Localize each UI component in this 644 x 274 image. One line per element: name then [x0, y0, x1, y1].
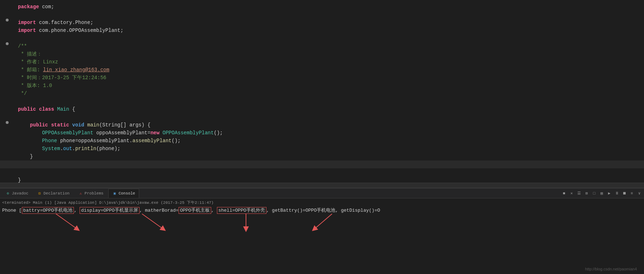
line-content: package com; [11, 3, 644, 11]
line-content: System.out.println(phone); [11, 145, 644, 153]
code-line: public class Main { [0, 105, 644, 113]
code-line [0, 97, 644, 105]
line-content: OPPOAssemblyPlant oppoAssemblyPlant=new … [11, 129, 644, 137]
code-line: * 作者: Linxz [0, 58, 644, 66]
line-content: public static void main(String[] args) { [11, 121, 644, 129]
output-prefix: Phone [ [2, 208, 22, 213]
javadoc-icon: ⊙ [5, 191, 10, 196]
output-comma2: , matherBorad= [139, 208, 179, 213]
list-button[interactable]: ▤ [598, 190, 605, 197]
line-content: * 描述： [11, 50, 644, 58]
line-gutter [4, 42, 11, 45]
tab-problems[interactable]: ⚠ Problems [74, 189, 108, 198]
line-gutter [4, 121, 11, 124]
line-content: import com.factory.Phone; [11, 19, 644, 27]
svg-line-1 [142, 214, 164, 229]
stop-button[interactable]: ■ [561, 190, 567, 197]
svg-line-0 [56, 214, 77, 229]
breakpoint-dot [6, 42, 9, 45]
code-line: OPPOAssemblyPlant oppoAssemblyPlant=new … [0, 129, 644, 137]
line-content: } [11, 176, 644, 183]
code-line: System.out.println(phone); [0, 145, 644, 153]
tab-problems-label: Problems [85, 191, 104, 196]
console-content: <terminated> Main (1) [Java Application]… [0, 198, 644, 274]
declaration-icon: ⊡ [37, 191, 42, 196]
line-content: /** [11, 42, 644, 50]
code-line: */ [0, 90, 644, 97]
code-line: } [0, 153, 644, 160]
code-line [0, 113, 644, 121]
code-line: Phone phone=oppoAssemblyPlant.assemblyPl… [0, 137, 644, 145]
expand-button[interactable]: ∨ [636, 190, 643, 197]
line-content: * 版本: 1.0 [11, 82, 644, 90]
arrows-svg [2, 213, 397, 238]
breakpoint-dot [6, 19, 9, 21]
code-line: package com; [0, 3, 644, 11]
settings-button[interactable]: ≡ [629, 190, 635, 197]
code-line: * 版本: 1.0 [0, 82, 644, 90]
svg-line-3 [314, 214, 332, 229]
terminated-line: <terminated> Main (1) [Java Application]… [2, 200, 642, 205]
grid-button[interactable]: ⊞ [583, 190, 590, 197]
line-content: * 邮箱: lin_xiao_zhang@163.com [11, 66, 644, 74]
line-content: } [11, 153, 644, 160]
line-content: public class Main { [11, 105, 644, 113]
breakpoint-dot [6, 121, 9, 124]
stop2-button[interactable]: ⏹ [621, 190, 628, 197]
code-line: import com.factory.Phone; [0, 19, 644, 27]
tab-javadoc-label: Javadoc [12, 191, 28, 196]
close-button[interactable]: ✕ [568, 190, 575, 197]
tab-console[interactable]: ▣ Console [108, 189, 139, 198]
output-rest: , getBattry()=OPPO手机电池, getDisplay()=O [266, 208, 380, 213]
console-icon: ▣ [112, 191, 117, 196]
code-line: * 邮箱: lin_xiao_zhang@163.com [0, 66, 644, 74]
code-line [0, 11, 644, 19]
code-line: import com.phone.OPPOAssemblyPlant; [0, 27, 644, 34]
tab-javadoc[interactable]: ⊙ Javadoc [1, 189, 32, 198]
tab-declaration-label: Declaration [43, 191, 70, 196]
watermark: http://blog.csdn.net/paomian4 [585, 267, 637, 271]
tabs-toolbar: ■ ✕ ☰ ⊞ □ ▤ ▶ ⏸ ⏹ ≡ ∨ [561, 190, 643, 197]
problems-icon: ⚠ [78, 191, 83, 196]
tab-declaration[interactable]: ⊡ Declaration [33, 189, 74, 198]
window-button[interactable]: □ [591, 190, 597, 197]
menu-button[interactable]: ☰ [576, 190, 582, 197]
output-comma1: , [74, 208, 80, 213]
run-button[interactable]: ▶ [606, 190, 612, 197]
pause-button[interactable]: ⏸ [614, 190, 620, 197]
code-line: /** [0, 42, 644, 50]
code-line [0, 160, 644, 168]
code-line: * 描述： [0, 50, 644, 58]
bottom-panel: ⊙ Javadoc ⊡ Declaration ⚠ Problems ▣ Con… [0, 188, 644, 274]
line-gutter [4, 19, 11, 21]
code-editor: package com; import com.factory.Phone; i… [0, 0, 644, 183]
line-content: * 时间：2017-3-25 下午12:24:56 [11, 74, 644, 82]
tabs-bar: ⊙ Javadoc ⊡ Declaration ⚠ Problems ▣ Con… [0, 188, 644, 198]
code-line: } [0, 176, 644, 183]
code-line [0, 34, 644, 42]
console-output: Phone [battry=OPPO手机电池, display=OPPO手机显示… [2, 207, 642, 215]
output-comma3: , [211, 208, 217, 213]
code-line: * 时间：2017-3-25 下午12:24:56 [0, 74, 644, 82]
code-line: public static void main(String[] args) { [0, 121, 644, 129]
line-content: Phone phone=oppoAssemblyPlant.assemblyPl… [11, 137, 644, 145]
line-content: import com.phone.OPPOAssemblyPlant; [11, 27, 644, 34]
code-line [0, 168, 644, 176]
line-content: */ [11, 90, 644, 97]
tab-console-label: Console [119, 191, 135, 196]
horizontal-scrollbar[interactable] [0, 183, 644, 188]
line-content: * 作者: Linxz [11, 58, 644, 66]
